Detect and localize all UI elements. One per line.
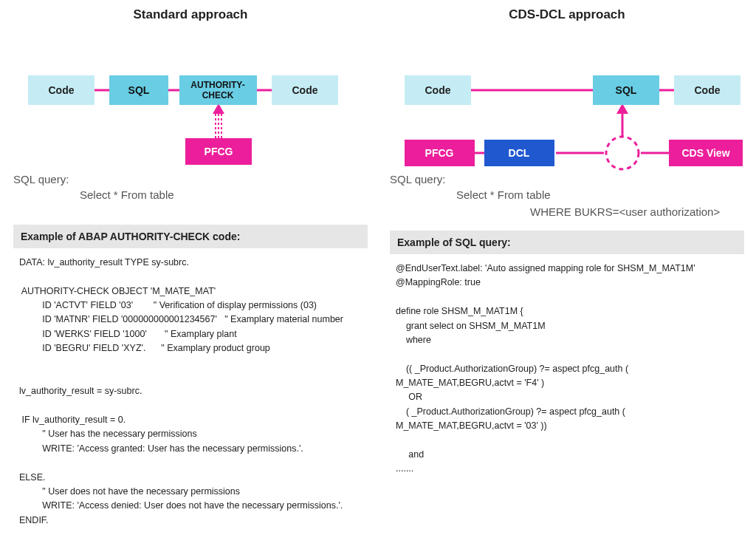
box-pfcg-r: PFCG [405, 140, 475, 166]
box-code-left: Code [28, 75, 94, 105]
example-head-left: Example of ABAP AUTHORITY-CHECK code: [13, 225, 368, 248]
dcl-code: @EndUserText.label: 'Auto assigned mappi… [390, 254, 744, 477]
box-sql-r: SQL [593, 75, 659, 105]
box-dcl: DCL [484, 140, 554, 166]
svg-text:SQL: SQL [128, 84, 150, 96]
box-authority-check: AUTHORITY- CHECK [179, 75, 257, 105]
box-cds-view: CDS View [669, 140, 743, 166]
standard-approach-column: Standard approach Code [13, 7, 368, 528]
sql-query-right: Select * From table WHERE BUKRS=<user au… [390, 187, 744, 220]
sql-label-right: SQL query: [390, 173, 744, 185]
sql-query-left-line1: Select * From table [80, 188, 174, 201]
standard-diagram: Code SQL AUTHORITY- CHECK Code [13, 31, 368, 171]
box-pfcg: PFCG [185, 138, 252, 165]
abap-code: DATA: lv_authority_result TYPE sy-subrc.… [13, 248, 368, 528]
svg-text:CDS View: CDS View [681, 147, 729, 159]
svg-text:CHECK: CHECK [202, 90, 234, 100]
box-code-right-r: Code [674, 75, 740, 105]
cds-title: CDS-DCL approach [390, 7, 744, 22]
box-code-right: Code [272, 75, 338, 105]
svg-text:PFCG: PFCG [425, 147, 454, 159]
cds-diagram: Code SQL Code PFCG DCL [390, 31, 744, 171]
svg-text:Code: Code [695, 84, 721, 96]
sql-label-left: SQL query: [13, 173, 368, 185]
sql-query-right-line1: Select * From table [456, 188, 551, 201]
cds-dcl-approach-column: CDS-DCL approach Code [390, 7, 744, 528]
svg-text:PFCG: PFCG [205, 146, 233, 157]
svg-text:DCL: DCL [509, 147, 530, 159]
svg-marker-6 [213, 103, 224, 114]
svg-text:SQL: SQL [616, 84, 637, 96]
sql-query-left: Select * From table [13, 187, 368, 204]
svg-marker-24 [616, 103, 628, 114]
svg-text:Code: Code [49, 84, 75, 96]
example-head-right: Example of SQL query: [390, 231, 744, 254]
box-sql: SQL [109, 75, 168, 105]
sql-query-right-line2: WHERE BUKRS=<user authorization> [456, 204, 744, 221]
standard-title: Standard approach [13, 7, 368, 22]
svg-text:Code: Code [292, 84, 318, 96]
svg-text:Code: Code [425, 84, 451, 96]
svg-text:AUTHORITY-: AUTHORITY- [190, 80, 244, 90]
box-code-left-r: Code [405, 75, 471, 105]
dashed-join-icon [606, 137, 639, 169]
